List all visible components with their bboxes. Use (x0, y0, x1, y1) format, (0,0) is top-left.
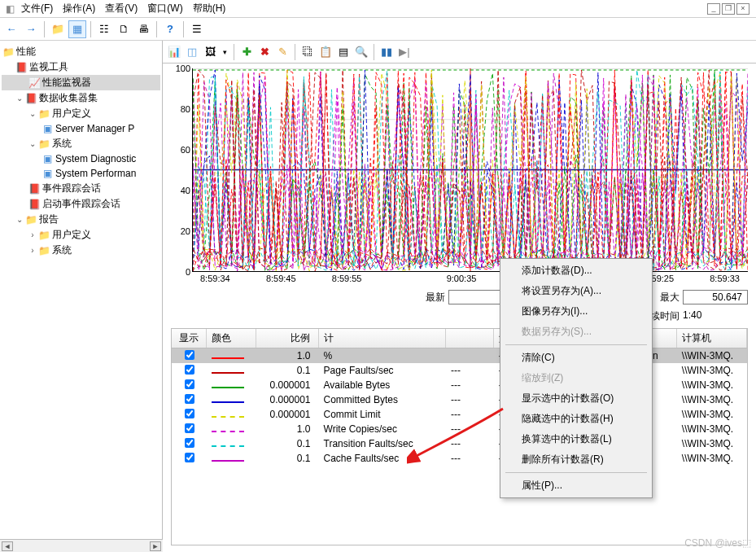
tree-root-performance[interactable]: 📁 性能 (2, 44, 160, 59)
tree-perfmon[interactable]: 📈 性能监视器 (2, 75, 160, 90)
menu-window[interactable]: 窗口(W) (142, 0, 187, 17)
show-checkbox[interactable] (185, 394, 194, 404)
show-checkbox[interactable] (185, 365, 194, 375)
explorer-button[interactable]: 📁 (49, 20, 67, 38)
cell-scale: 1.0 (256, 423, 319, 435)
props-button[interactable]: ▤ (335, 44, 352, 60)
tree-button[interactable]: ☷ (95, 20, 113, 38)
tree-system[interactable]: ⌄ 📁 系统 (2, 136, 160, 151)
menu-help[interactable]: 帮助(H) (188, 0, 231, 17)
tree-ets[interactable]: 📕 事件跟踪会话 (2, 181, 160, 196)
col-instance[interactable] (446, 329, 494, 348)
show-checkbox[interactable] (185, 423, 194, 433)
show-checkbox[interactable] (185, 438, 194, 448)
table-row[interactable]: 1.0Write Copies/sec------Memory\\WIN-3MQ… (172, 422, 747, 436)
table-row[interactable]: 0.1Cache Faults/sec------Memory\\WIN-3MQ… (172, 451, 747, 466)
max-value: 50.647 (683, 290, 748, 304)
minimize-button[interactable]: _ (707, 3, 720, 15)
restore-button[interactable]: ❐ (722, 3, 735, 15)
chart-type-button[interactable]: 📊 (166, 44, 182, 60)
col-scale[interactable]: 比例 (256, 329, 319, 348)
tree-hscroll[interactable]: ◄ ► (0, 539, 163, 552)
menu-file[interactable]: 文件(F) (16, 0, 58, 17)
cell-instance: --- (446, 379, 494, 391)
menu-item[interactable]: 添加计数器(D)... (502, 261, 650, 281)
table-row[interactable]: 1.0%---Processor Information\\WIN-3MQ. (172, 348, 747, 363)
show-checkbox[interactable] (185, 379, 194, 389)
tree-startup-ets[interactable]: 📕 启动事件跟踪会话 (2, 196, 160, 212)
help-button[interactable]: ? (161, 20, 179, 38)
performance-chart[interactable] (192, 68, 748, 272)
scroll-right-button[interactable]: ► (150, 541, 161, 551)
chevron-right-icon[interactable]: › (28, 246, 37, 255)
chevron-down-icon[interactable]: ⌄ (15, 215, 24, 224)
chevron-down-icon[interactable]: ⌄ (28, 109, 37, 118)
copy-button[interactable]: ⿻ (299, 44, 316, 60)
properties-button[interactable]: ☰ (188, 20, 206, 38)
duration-value: 1:40 (683, 309, 748, 323)
context-menu[interactable]: 添加计数器(D)...将设置另存为(A)...图像另存为(I)...数据另存为(… (500, 258, 653, 498)
col-computer[interactable]: 计算机 (677, 329, 747, 348)
table-row[interactable]: 0.000001Commit Limit------Memory\\WIN-3M… (172, 407, 747, 422)
table-body[interactable]: 1.0%---Processor Information\\WIN-3MQ.0.… (172, 348, 747, 471)
main-toolbar: ← → 📁 ▦ ☷ 🗋 🖶 ? ☰ (0, 18, 756, 41)
col-color[interactable]: 颜色 (207, 329, 256, 348)
image-button[interactable]: 🖼 (202, 44, 218, 60)
cell-computer: \\WIN-3MQ. (677, 394, 747, 405)
menu-item[interactable]: 图像另存为(I)... (502, 301, 650, 322)
table-row[interactable]: 0.000001Committed Bytes------Memory\\WIN… (172, 392, 747, 407)
dropdown-icon[interactable]: ▾ (220, 44, 229, 60)
panes-button[interactable]: ▦ (68, 20, 86, 38)
tree-rep-sys[interactable]: › 📁 系统 (2, 243, 160, 258)
step-button[interactable]: ▶| (396, 44, 413, 60)
paste-button[interactable]: 📋 (317, 44, 334, 60)
col-counter[interactable]: 计 (319, 329, 446, 348)
table-row[interactable]: 0.1Page Faults/sec------Memory\\WIN-3MQ. (172, 363, 747, 378)
find-button[interactable]: 🔍 (353, 44, 369, 60)
remove-counter-button[interactable]: ✖ (256, 44, 273, 60)
cell-counter: Commit Limit (319, 409, 446, 420)
tree-label: 用户定义 (52, 107, 91, 120)
table-row[interactable]: 0.000001Available Bytes------Memory\\WIN… (172, 378, 747, 392)
pause-button[interactable]: ▮▮ (378, 44, 395, 60)
menu-item[interactable]: 清除(C) (502, 348, 650, 368)
menu-item[interactable]: 显示选中的计数器(O) (502, 388, 650, 409)
col-show[interactable]: 显示 (172, 329, 207, 348)
add-counter-button[interactable]: ✚ (238, 44, 255, 60)
folder-icon: 📕 (24, 92, 37, 105)
scroll-left-button[interactable]: ◄ (2, 541, 13, 551)
box-icon: ▣ (41, 122, 54, 135)
ytick: 100 (176, 64, 190, 73)
show-checkbox[interactable] (185, 453, 194, 462)
chevron-down-icon[interactable]: ⌄ (28, 139, 37, 148)
tree-reports[interactable]: ⌄ 📁 报告 (2, 212, 160, 227)
menu-item[interactable]: 删除所有计数器(R) (502, 449, 650, 470)
tree-user-defined[interactable]: ⌄ 📁 用户定义 (2, 106, 160, 121)
chevron-down-icon[interactable]: ⌄ (15, 94, 24, 103)
tree-monitoring-tools[interactable]: 📕 监视工具 (2, 59, 160, 75)
cube-button[interactable]: ◫ (184, 44, 200, 60)
table-row[interactable]: 0.1Transition Faults/sec------Memory\\WI… (172, 436, 747, 451)
nav-forward-button[interactable]: → (22, 20, 40, 38)
refresh-button[interactable]: 🗋 (115, 20, 133, 38)
menu-view[interactable]: 查看(V) (100, 0, 142, 17)
chevron-right-icon[interactable]: › (28, 230, 37, 239)
close-button[interactable]: × (736, 3, 749, 15)
menu-item[interactable]: 隐藏选中的计数器(H) (502, 409, 650, 429)
tree-sys-perf[interactable]: ▣ System Performan (2, 166, 160, 181)
tree-label: 系统 (52, 137, 72, 151)
tree-sys-diag[interactable]: ▣ System Diagnostic (2, 151, 160, 166)
show-checkbox[interactable] (185, 350, 194, 360)
menu-item[interactable]: 换算选中的计数器(L) (502, 429, 650, 449)
highlight-button[interactable]: ✎ (274, 44, 291, 60)
show-checkbox[interactable] (185, 409, 194, 418)
tree-rep-user[interactable]: › 📁 用户定义 (2, 227, 160, 243)
navigation-tree[interactable]: 📁 性能 📕 监视工具 📈 性能监视器 ⌄ 📕 数据收集器集 ⌄ 📁 用户定义 … (0, 41, 163, 552)
tree-dcs[interactable]: ⌄ 📕 数据收集器集 (2, 90, 160, 106)
menu-item[interactable]: 将设置另存为(A)... (502, 281, 650, 301)
nav-back-button[interactable]: ← (2, 20, 20, 38)
menu-item[interactable]: 属性(P)... (502, 475, 650, 496)
export-button[interactable]: 🖶 (134, 20, 152, 38)
tree-server-manager[interactable]: ▣ Server Manager P (2, 121, 160, 136)
menu-action[interactable]: 操作(A) (58, 0, 100, 17)
